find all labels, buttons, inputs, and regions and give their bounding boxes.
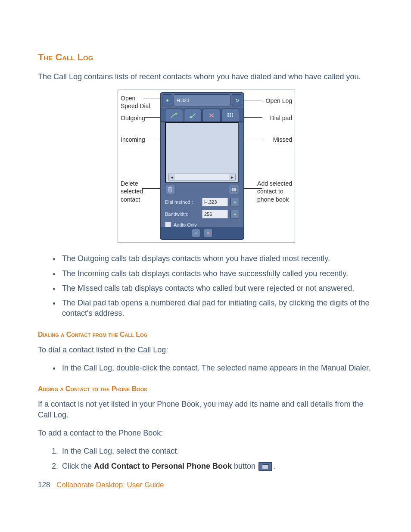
figure-wrapper: OpenSpeed Dial Outgoing Incoming Deletes… bbox=[38, 90, 375, 243]
svg-rect-2 bbox=[232, 113, 233, 115]
annotation-dial-pad: Dial pad bbox=[270, 114, 292, 122]
call-log-tabs bbox=[161, 108, 243, 122]
scroll-left-arrow[interactable]: ◄ bbox=[169, 174, 175, 180]
open-speed-dial-button[interactable]: ✦ bbox=[162, 94, 172, 106]
callout-line bbox=[144, 99, 161, 99]
incoming-icon bbox=[189, 112, 196, 118]
dialing-list: In the Call Log, double-click the contac… bbox=[38, 363, 375, 373]
step-text-b: button bbox=[232, 462, 258, 470]
list-item: The Missed calls tab displays contacts w… bbox=[60, 283, 375, 293]
check-icon: ✓ bbox=[194, 230, 198, 236]
call-log-panel: ✦ H.323 ↻ bbox=[160, 92, 244, 240]
dial-pad-icon bbox=[227, 112, 234, 118]
document-page: The Call Log The Call Log contains lists… bbox=[0, 0, 411, 532]
close-icon: ✕ bbox=[206, 230, 210, 236]
guide-title: Collaborate Desktop: User Guide bbox=[56, 481, 164, 489]
confirm-button[interactable]: ✓ bbox=[192, 229, 200, 237]
intro-paragraph: The Call Log contains lists of recent co… bbox=[38, 72, 375, 82]
dial-method-label: Dial method : bbox=[165, 199, 193, 205]
annotation-missed: Missed bbox=[273, 136, 292, 143]
page-number: 128 bbox=[38, 481, 50, 489]
step-text-c: . bbox=[273, 462, 275, 470]
scroll-track[interactable] bbox=[175, 174, 229, 180]
section-heading: The Call Log bbox=[38, 52, 375, 63]
dial-method-value[interactable]: H.323 bbox=[202, 198, 228, 206]
tab-missed[interactable] bbox=[202, 109, 221, 121]
annotation-delete-selected: Deleteselectedcontact bbox=[121, 180, 143, 203]
step-bold-label: Add Contact to Personal Phone Book bbox=[94, 462, 232, 470]
annotation-outgoing: Outgoing bbox=[121, 114, 145, 122]
svg-rect-3 bbox=[227, 115, 229, 117]
list-item: In the Call Log, double-click the contac… bbox=[60, 363, 375, 373]
dial-method-row: Dial method : H.323 ▾ bbox=[161, 196, 243, 208]
horizontal-scrollbar[interactable]: ◄ ► bbox=[168, 174, 236, 180]
list-item: The Dial pad tab opens a numbered dial p… bbox=[60, 298, 375, 319]
speed-dial-icon: ✦ bbox=[165, 98, 169, 103]
annotation-open-speed-dial: OpenSpeed Dial bbox=[121, 94, 150, 110]
scroll-right-arrow[interactable]: ► bbox=[229, 174, 235, 180]
list-item: In the Call Log, select the contact. bbox=[60, 446, 375, 456]
svg-rect-5 bbox=[232, 115, 233, 117]
action-row bbox=[161, 183, 243, 196]
svg-rect-0 bbox=[227, 113, 229, 115]
trash-icon bbox=[168, 187, 173, 193]
panel-header: ✦ H.323 ↻ bbox=[161, 93, 243, 108]
delete-contact-button[interactable] bbox=[165, 185, 175, 194]
adding-steps: In the Call Log, select the contact. Cli… bbox=[38, 446, 375, 471]
list-item: The Outgoing calls tab displays contacts… bbox=[60, 253, 375, 264]
svg-rect-4 bbox=[230, 115, 231, 117]
adding-paragraph-2: To add a contact to the Phone Book: bbox=[38, 428, 375, 438]
svg-rect-1 bbox=[230, 113, 231, 115]
tab-dial-pad[interactable] bbox=[221, 109, 240, 121]
feature-bullet-list: The Outgoing calls tab displays contacts… bbox=[38, 253, 375, 318]
bandwidth-value[interactable]: 256 bbox=[202, 210, 228, 218]
phone-book-inline-icon bbox=[258, 462, 272, 471]
panel-footer: ✓ ✕ bbox=[161, 227, 243, 239]
adding-paragraph-1: If a contact is not yet listed in your P… bbox=[38, 399, 375, 420]
step-text-a: Click the bbox=[62, 462, 94, 470]
tab-incoming[interactable] bbox=[184, 109, 202, 121]
bandwidth-row: Bandwidth: 256 ▾ bbox=[161, 208, 243, 220]
page-footer: 128 Collaborate Desktop: User Guide bbox=[38, 481, 375, 489]
subsection-heading-adding: Adding a Contact to the Phone Book bbox=[38, 385, 375, 393]
annotation-add-selected: Add selectedcontact tophone book bbox=[257, 180, 292, 203]
open-log-icon: ↻ bbox=[235, 98, 239, 103]
bandwidth-label: Bandwidth: bbox=[165, 212, 188, 217]
cancel-button[interactable]: ✕ bbox=[204, 229, 212, 237]
bandwidth-dropdown[interactable]: ▾ bbox=[230, 210, 239, 218]
annotation-open-log: Open Log bbox=[266, 97, 293, 105]
dialing-lead: To dial a contact listed in the Call Log… bbox=[38, 345, 375, 355]
dial-method-dropdown[interactable]: ▾ bbox=[230, 198, 239, 206]
call-log-figure: OpenSpeed Dial Outgoing Incoming Deletes… bbox=[118, 90, 295, 243]
tab-outgoing[interactable] bbox=[165, 109, 183, 121]
add-to-phone-book-button[interactable] bbox=[229, 185, 239, 194]
call-list-area[interactable]: ◄ ► bbox=[165, 122, 239, 183]
open-log-button[interactable]: ↻ bbox=[232, 94, 242, 106]
list-item: Click the Add Contact to Personal Phone … bbox=[60, 461, 375, 471]
outgoing-icon bbox=[171, 112, 177, 118]
callout-line bbox=[243, 100, 262, 100]
subsection-heading-dialing: Dialing a Contact from the Call Log bbox=[38, 331, 375, 339]
missed-icon bbox=[208, 112, 215, 118]
header-field[interactable]: H.323 bbox=[174, 94, 230, 106]
phone-book-icon bbox=[231, 187, 237, 192]
list-item: The Incoming calls tab displays contacts… bbox=[60, 268, 375, 279]
annotation-incoming: Incoming bbox=[121, 136, 145, 143]
